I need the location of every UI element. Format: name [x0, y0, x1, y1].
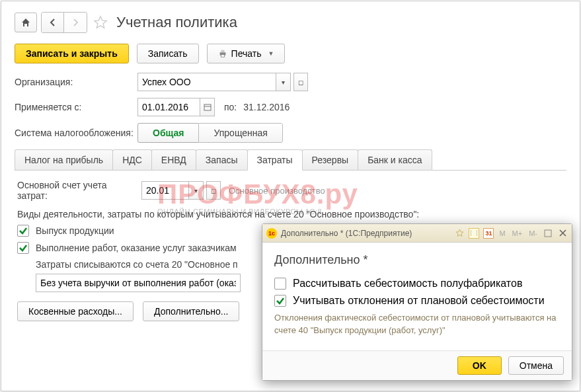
- svg-rect-1: [221, 50, 224, 53]
- tab-profit-tax[interactable]: Налог на прибыль: [15, 149, 113, 170]
- chk-output[interactable]: [17, 225, 29, 237]
- page-title: Учетная политика: [116, 14, 237, 31]
- m-minus-button[interactable]: M-: [527, 229, 539, 237]
- minimize-icon[interactable]: [543, 228, 553, 239]
- app-logo-icon: 1c: [266, 228, 277, 239]
- chk-services-label: Выполнение работ, оказание услуг заказчи…: [36, 243, 237, 253]
- org-input[interactable]: [137, 73, 276, 91]
- tab-bank[interactable]: Банк и касса: [358, 149, 432, 170]
- dialog-cancel-button[interactable]: Отмена: [508, 356, 564, 375]
- tab-envd[interactable]: ЕНВД: [151, 149, 196, 170]
- tax-system-label: Система налогообложения:: [15, 128, 137, 138]
- save-button[interactable]: Записать: [137, 44, 199, 63]
- favorite-star-icon[interactable]: [91, 13, 110, 32]
- chk-semi-label: Рассчитывать себестоимость полуфабрикато…: [293, 278, 522, 290]
- tab-reserves[interactable]: Резервы: [302, 149, 359, 170]
- indirect-costs-button[interactable]: Косвенные расходы...: [17, 301, 134, 321]
- additional-dialog: 1c Дополнительно * (1С:Предприятие) ⋮⋮ 3…: [262, 223, 572, 381]
- date-from-input[interactable]: [137, 98, 200, 116]
- back-button[interactable]: [42, 13, 64, 32]
- account-dropdown-button[interactable]: ▾: [189, 181, 204, 200]
- chk-deviation[interactable]: [274, 295, 286, 307]
- org-label: Организация:: [15, 77, 137, 87]
- dialog-title: Дополнительно *: [274, 253, 560, 267]
- print-label: Печать: [231, 48, 262, 59]
- chk-output-label: Выпуск продукции: [36, 225, 114, 236]
- activities-label: Виды деятельности, затраты по которым уч…: [17, 209, 564, 219]
- dialog-ok-button[interactable]: OK: [457, 356, 502, 375]
- writeoff-combo[interactable]: [36, 274, 241, 292]
- date-picker-button[interactable]: [200, 98, 215, 116]
- forward-button[interactable]: [64, 13, 87, 32]
- tax-simple-button[interactable]: Упрощенная: [198, 123, 282, 143]
- org-open-button[interactable]: ◻: [293, 73, 308, 91]
- tab-vat[interactable]: НДС: [112, 149, 152, 170]
- additional-button[interactable]: Дополнительно...: [143, 301, 239, 321]
- main-account-input[interactable]: [141, 181, 189, 200]
- dialog-window-title: Дополнительно * (1С:Предприятие): [281, 229, 412, 238]
- chk-services[interactable]: [17, 242, 29, 254]
- chk-semi-products[interactable]: [274, 278, 286, 290]
- m-button[interactable]: M: [498, 229, 506, 237]
- home-button[interactable]: [15, 13, 37, 32]
- chk-deviation-label: Учитывать отклонения от плановой себесто…: [293, 295, 545, 307]
- svg-rect-3: [204, 104, 211, 110]
- printer-icon: [218, 49, 227, 58]
- save-close-button[interactable]: Записать и закрыть: [15, 44, 129, 63]
- tax-general-button[interactable]: Общая: [137, 123, 198, 143]
- tab-bar: Налог на прибыль НДС ЕНВД Запасы Затраты…: [15, 149, 566, 171]
- date-to-value: 31.12.2016: [243, 102, 290, 112]
- m-plus-button[interactable]: M+: [511, 229, 524, 237]
- svg-rect-5: [545, 230, 551, 237]
- applied-from-label: Применяется с:: [15, 102, 137, 112]
- main-account-label: Основной счет учета затрат:: [17, 180, 137, 201]
- tab-costs[interactable]: Затраты: [247, 149, 303, 171]
- print-button[interactable]: Печать ▼: [207, 44, 286, 63]
- to-label: по:: [224, 102, 237, 112]
- svg-rect-2: [221, 55, 224, 58]
- calculator-icon[interactable]: ⋮⋮: [469, 228, 479, 239]
- dialog-hint: Отклонения фактической себестоимости от …: [274, 312, 560, 337]
- tab-stocks[interactable]: Запасы: [196, 149, 248, 170]
- calendar-icon[interactable]: 31: [483, 228, 494, 239]
- account-open-button[interactable]: ◻: [206, 181, 221, 200]
- org-dropdown-button[interactable]: ▾: [276, 73, 291, 91]
- chevron-down-icon: ▼: [268, 50, 274, 57]
- main-account-hint: Основное производство: [229, 186, 325, 196]
- favorite-icon[interactable]: [454, 228, 465, 239]
- close-icon[interactable]: [557, 228, 568, 239]
